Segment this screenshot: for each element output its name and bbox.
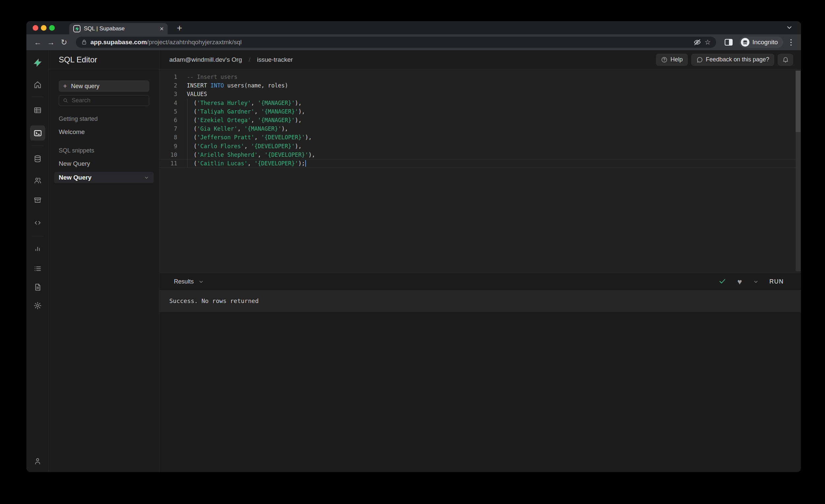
- reload-button[interactable]: ↻: [58, 36, 70, 48]
- side-panel-icon[interactable]: [725, 39, 733, 46]
- logs-list-icon[interactable]: [31, 262, 44, 275]
- breadcrumb-separator: /: [248, 56, 250, 63]
- line-number: 11: [159, 159, 177, 168]
- code-line[interactable]: 7 ('Gia Keller', '{MANAGER}'),: [159, 125, 801, 133]
- sidebar-item[interactable]: Welcome: [54, 126, 154, 138]
- tab-search-chevron-icon[interactable]: [786, 24, 793, 32]
- notifications-button[interactable]: [778, 54, 793, 66]
- line-number: 1: [159, 73, 177, 81]
- scrollbar-thumb[interactable]: [796, 71, 801, 132]
- browser-menu-icon[interactable]: ⋮: [786, 38, 796, 47]
- settings-gear-icon[interactable]: [31, 299, 44, 312]
- rail-divider: [31, 146, 44, 146]
- supabase-app: SQL Editor + New query Getting startedWe…: [26, 50, 801, 472]
- close-window-button[interactable]: [33, 25, 38, 31]
- breadcrumb-org[interactable]: adam@windmill.dev's Org: [169, 56, 242, 63]
- tab-close-icon[interactable]: ×: [160, 25, 164, 32]
- sql-editor-icon[interactable]: [30, 126, 45, 141]
- code-lines: 1-- Insert users2INSERT INTO users(name,…: [159, 73, 801, 168]
- code-line[interactable]: 11 ('Caitlin Lucas', '{DEVELOPER}');: [159, 159, 801, 168]
- help-button[interactable]: Help: [656, 54, 688, 66]
- sidebar-header: SQL Editor: [49, 50, 159, 69]
- url-domain: app.supabase.com: [90, 39, 147, 46]
- lock-icon: [81, 39, 87, 45]
- run-options-chevron-icon[interactable]: [753, 279, 759, 285]
- line-text: ('Theresa Hurley', '{MANAGER}'),: [187, 99, 302, 107]
- section-header: SQL snippets: [59, 147, 149, 154]
- code-line[interactable]: 8 ('Jefferson Pratt', '{DEVELOPER}'),: [159, 133, 801, 142]
- address-bar[interactable]: app.supabase.com/project/azahtnhqohyjerz…: [76, 37, 716, 48]
- indent-guide: [187, 133, 188, 142]
- results-dropdown[interactable]: Results: [174, 278, 204, 285]
- results-label: Results: [174, 278, 194, 285]
- line-text: ('Arielle Shepherd', '{DEVELOPER}'),: [187, 150, 315, 159]
- main-panel: adam@windmill.dev's Org / issue-tracker …: [159, 50, 801, 472]
- browser-tab[interactable]: SQL | Supabase ×: [69, 23, 168, 34]
- code-line[interactable]: 2INSERT INTO users(name, roles): [159, 81, 801, 90]
- new-query-button-label: New query: [71, 83, 99, 90]
- line-text: INSERT INTO users(name, roles): [187, 81, 288, 90]
- breadcrumb-project[interactable]: issue-tracker: [257, 56, 293, 63]
- code-line[interactable]: 1-- Insert users: [159, 73, 801, 81]
- api-code-icon[interactable]: [31, 216, 44, 229]
- breadcrumb: adam@windmill.dev's Org / issue-tracker: [169, 56, 293, 63]
- line-text: ('Taliyah Gardner', '{MANAGER}'),: [187, 107, 305, 116]
- incognito-badge: Incognito: [739, 37, 783, 48]
- section-header: Getting started: [59, 115, 149, 123]
- bell-icon: [782, 56, 789, 63]
- line-number: 5: [159, 107, 177, 116]
- code-line[interactable]: 6 ('Ezekiel Ortega', '{MANAGER}'),: [159, 116, 801, 125]
- indent-guide: [187, 150, 188, 159]
- browser-window: SQL | Supabase × + ← → ↻ app.supabase.co…: [26, 21, 801, 472]
- feedback-button[interactable]: Feedback on this page?: [691, 54, 774, 66]
- search-box[interactable]: [59, 95, 149, 106]
- main-header: adam@windmill.dev's Org / issue-tracker …: [159, 50, 801, 69]
- table-editor-icon[interactable]: [31, 103, 44, 117]
- reports-chart-icon[interactable]: [31, 242, 44, 255]
- line-text: VALUES: [187, 90, 207, 98]
- line-number: 4: [159, 99, 177, 107]
- sidebar-item[interactable]: New Query: [54, 158, 154, 169]
- new-tab-button[interactable]: +: [174, 22, 185, 34]
- search-input[interactable]: [72, 97, 145, 104]
- back-button[interactable]: ←: [32, 36, 44, 48]
- url-text: app.supabase.com/project/azahtnhqohyjerz…: [90, 39, 690, 46]
- favorite-heart-icon[interactable]: ♥: [737, 278, 742, 286]
- tab-title: SQL | Supabase: [84, 25, 156, 32]
- code-line[interactable]: 3VALUES: [159, 90, 801, 98]
- forward-button[interactable]: →: [45, 36, 57, 48]
- browser-toolbar: ← → ↻ app.supabase.com/project/azahtnhqo…: [26, 34, 801, 50]
- supabase-favicon-icon: [73, 25, 80, 32]
- database-icon[interactable]: [31, 152, 44, 165]
- feedback-button-label: Feedback on this page?: [706, 56, 769, 63]
- supabase-logo-icon[interactable]: [31, 56, 44, 69]
- docs-file-icon[interactable]: [31, 281, 44, 294]
- line-text: ('Gia Keller', '{MANAGER}'),: [187, 125, 288, 133]
- code-line[interactable]: 10 ('Arielle Shepherd', '{DEVELOPER}'),: [159, 150, 801, 159]
- run-button[interactable]: RUN: [769, 278, 784, 285]
- line-number: 2: [159, 81, 177, 90]
- results-empty-area: [159, 312, 801, 472]
- zoom-window-button[interactable]: [49, 25, 55, 31]
- search-icon: [63, 97, 68, 103]
- line-text: ('Jefferson Pratt', '{DEVELOPER}'),: [187, 133, 312, 142]
- line-text: -- Insert users: [187, 73, 238, 81]
- code-line[interactable]: 5 ('Taliyah Gardner', '{MANAGER}'),: [159, 107, 801, 116]
- account-icon[interactable]: [31, 454, 44, 468]
- eye-slash-icon[interactable]: [693, 38, 701, 46]
- results-toolbar: Results ♥ RUN: [159, 274, 801, 290]
- sql-code-editor[interactable]: 1-- Insert users2INSERT INTO users(name,…: [159, 69, 801, 274]
- editor-scrollbar[interactable]: [796, 71, 801, 271]
- incognito-label: Incognito: [752, 39, 778, 46]
- storage-icon[interactable]: [31, 194, 44, 207]
- code-line[interactable]: 9 ('Carlo Flores', '{DEVELOPER}'),: [159, 142, 801, 150]
- code-line[interactable]: 4 ('Theresa Hurley', '{MANAGER}'),: [159, 99, 801, 107]
- authentication-users-icon[interactable]: [31, 174, 44, 187]
- sidebar-item[interactable]: New Query: [54, 172, 154, 183]
- bookmark-star-icon[interactable]: ☆: [704, 38, 711, 46]
- line-text: ('Carlo Flores', '{DEVELOPER}'),: [187, 142, 302, 150]
- new-query-button[interactable]: + New query: [59, 80, 149, 92]
- home-icon[interactable]: [31, 78, 44, 91]
- indent-guide: [187, 107, 188, 116]
- minimize-window-button[interactable]: [41, 25, 47, 31]
